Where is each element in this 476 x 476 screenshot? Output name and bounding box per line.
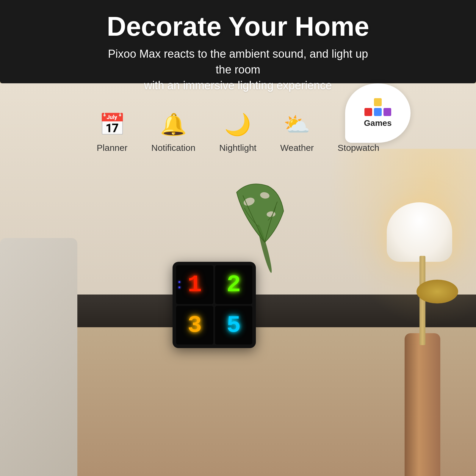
digit-3: 3 [187,312,202,339]
subtitle-line2: with an immersive lighting experience [144,79,332,92]
digit-1: 1 [187,271,202,298]
pixel-panel-4: 5 [215,306,252,345]
tree-trunk [405,333,440,476]
digit-2: 2 [226,271,241,298]
game-block-red [364,108,372,116]
digit-4: 5 [226,312,241,339]
notification-label: Notification [151,143,195,153]
games-bubble: Games [345,83,411,143]
main-title: Decorate Your Home [0,12,476,41]
games-label: Games [364,118,392,128]
nightlight-label: Nightlight [219,143,256,153]
game-block-blue [374,108,382,116]
game-block-empty-2 [383,98,391,106]
monstera-plant [214,155,315,274]
pixel-panel-3: 3 [176,306,213,345]
stopwatch-label: Stopwatch [338,143,379,153]
chair [0,238,77,476]
game-block-empty-1 [364,98,372,106]
lamp [399,202,458,321]
games-grid [364,98,391,116]
pixel-panel-2: 2 [215,265,252,304]
feature-planner: 📅 Planner [97,109,127,153]
lamp-shade [387,202,452,262]
content-overlay: Decorate Your Home Pixoo Max reacts to t… [0,0,476,94]
pixoo-device: 1 2 3 5 [173,262,256,348]
lamp-base [416,280,458,303]
subtitle: Pixoo Max reacts to the ambient sound, a… [104,46,372,94]
game-block-purple [383,108,391,116]
feature-notification: 🔔 Notification [151,109,195,153]
pixel-panel-1: 1 [176,265,213,304]
subtitle-line1: Pixoo Max reacts to the ambient sound, a… [108,48,368,76]
weather-label: Weather [280,143,314,153]
feature-weather: ⛅ Weather [280,109,314,153]
notification-icon: 🔔 [159,109,188,139]
nightlight-icon: 🌙 [223,109,253,139]
feature-nightlight: 🌙 Nightlight [219,109,256,153]
game-block-yellow [374,98,382,106]
weather-icon: ⛅ [282,109,312,139]
planner-icon: 📅 [97,109,127,139]
colon-dot-bottom [178,286,180,288]
colon-dot-top [178,281,180,283]
colon-dots [178,281,180,288]
planner-label: Planner [97,143,127,153]
